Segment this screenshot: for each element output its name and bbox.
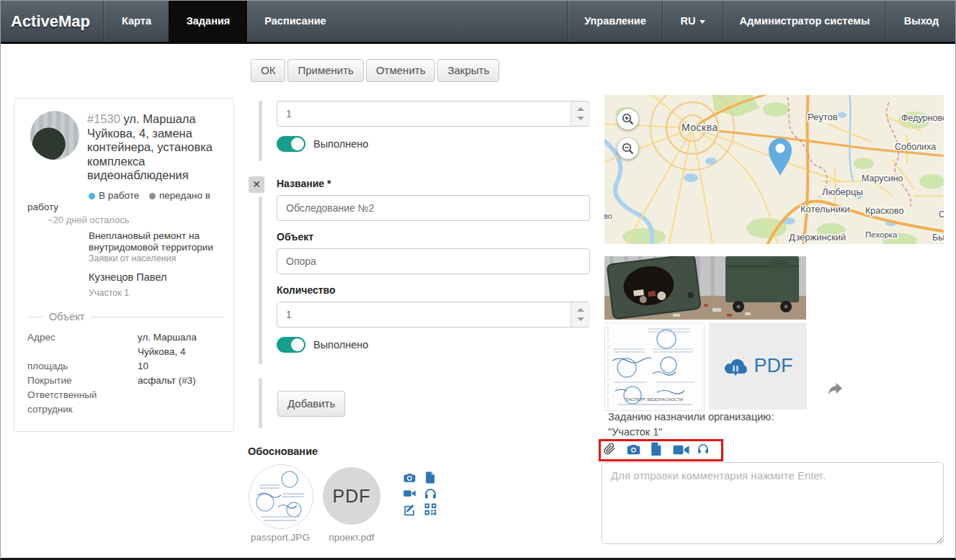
attachment-pdf-thumbnail[interactable]: PDF xyxy=(323,467,380,525)
quantity-input-1[interactable] xyxy=(277,101,590,127)
quantity-field-label: Количество xyxy=(277,284,336,296)
task-work-type: Внеплановый ремонт на внутридомовой терр… xyxy=(89,230,227,253)
field-label: Ответственный сотрудник xyxy=(27,388,138,417)
map-view[interactable]: Москва Реутов Федурново Соболиха Марусин… xyxy=(604,95,944,244)
headphones-icon[interactable] xyxy=(697,442,710,455)
map-label: Котельники xyxy=(800,204,850,214)
nav-item-language[interactable]: RU xyxy=(662,1,723,42)
document-scan-preview xyxy=(249,465,313,528)
pdf-badge: PDF xyxy=(333,486,371,507)
form-group-bar xyxy=(259,378,262,428)
task-title: #1530 ул. Маршала Чуйкова, 4, замена кон… xyxy=(87,112,230,183)
status-dot-gray-icon xyxy=(149,193,156,199)
done-toggle-1[interactable] xyxy=(277,136,305,152)
field-label: Адрес xyxy=(27,330,138,359)
status-primary: В работе xyxy=(99,190,139,201)
nav-tab-schedule[interactable]: Расписание xyxy=(246,1,344,42)
map-label: ово xyxy=(604,212,612,220)
camera-icon[interactable] xyxy=(403,471,416,484)
map-zoom-out-button[interactable] xyxy=(617,138,638,159)
action-toolbar: ОК Применить Отменить Закрыть xyxy=(251,59,499,82)
file-icon[interactable] xyxy=(424,471,437,484)
done-toggle-2[interactable] xyxy=(277,337,305,353)
map-label: Дзержинский xyxy=(789,232,846,243)
headphones-icon[interactable] xyxy=(424,487,437,500)
chevron-down-icon xyxy=(700,20,705,24)
comment-input[interactable] xyxy=(602,462,944,544)
field-value: 10 xyxy=(138,359,222,374)
map-label: Марусино xyxy=(862,173,903,184)
close-button[interactable]: Закрыть xyxy=(437,59,499,82)
nav-item-user[interactable]: Администратор системы xyxy=(723,1,886,42)
done-toggle-label-2: Выполнено xyxy=(313,339,368,351)
task-time-left: ~20 дней осталось xyxy=(48,214,130,225)
feed-document-attachment[interactable]: ПАСПОРТ БЕЗОПАСНОСТИ xyxy=(604,322,705,411)
quantity-stepper-1[interactable] xyxy=(571,101,590,126)
task-category: Заявки от населения xyxy=(89,253,176,263)
form-group-bar xyxy=(259,197,262,364)
field-label: Покрытие xyxy=(27,374,138,388)
feed-message: Заданию назначили организацию: "Участок … xyxy=(608,410,816,440)
task-id: #1530 xyxy=(87,112,120,125)
field-value xyxy=(138,388,222,417)
map-label: Красково xyxy=(865,206,903,216)
map-zoom-in-button[interactable] xyxy=(617,109,638,130)
task-photo-avatar[interactable] xyxy=(30,111,79,160)
object-section-legend: Объект xyxy=(27,311,223,322)
map-label: Москва xyxy=(682,122,718,133)
attachment-pdf-name: проект.pdf xyxy=(316,532,388,543)
status-dot-blue-icon xyxy=(89,193,95,199)
feed-pdf-attachment[interactable]: PDF xyxy=(709,322,807,410)
video-camera-icon[interactable] xyxy=(403,487,416,500)
magnifier-plus-icon xyxy=(622,113,634,125)
camera-icon[interactable] xyxy=(627,444,640,456)
map-label: Люберцы xyxy=(822,186,863,197)
add-button[interactable]: Добавить xyxy=(277,391,345,417)
nav-item-management[interactable]: Управление xyxy=(567,1,663,42)
ok-button[interactable]: ОК xyxy=(251,59,285,82)
task-card: #1530 ул. Маршала Чуйкова, 4, замена кон… xyxy=(14,98,234,432)
language-label: RU xyxy=(681,15,696,27)
nav-tab-map[interactable]: Карта xyxy=(103,1,169,42)
map-label: Реутов xyxy=(808,112,838,122)
file-icon[interactable] xyxy=(651,442,661,456)
document-caption: ПАСПОРТ БЕЗОПАСНОСТИ xyxy=(625,397,683,402)
edit-note-icon[interactable] xyxy=(403,502,416,516)
qr-code-icon[interactable] xyxy=(424,502,437,516)
cloud-download-icon xyxy=(723,356,748,376)
task-organization: Участок 1 xyxy=(89,288,129,298)
app-logo[interactable]: ActiveMap xyxy=(11,1,90,42)
close-icon: ✕ xyxy=(252,179,261,190)
name-field-label: Название * xyxy=(277,178,331,189)
attach-media-buttons xyxy=(403,471,438,518)
apply-button[interactable]: Применить xyxy=(287,59,364,82)
passport-scan-preview: ПАСПОРТ БЕЗОПАСНОСТИ xyxy=(605,323,704,410)
attachment-passport-name: passport.JPG xyxy=(243,532,318,543)
pdf-label: PDF xyxy=(754,355,793,377)
attachment-passport-thumbnail[interactable] xyxy=(249,464,313,529)
share-arrow-icon[interactable] xyxy=(826,381,844,396)
field-value: асфальт (#3) xyxy=(138,374,222,388)
map-label: Ос xyxy=(939,209,944,220)
object-field-label: Объект xyxy=(277,231,313,243)
magnifier-minus-icon xyxy=(622,143,634,155)
feed-photo-attachment[interactable] xyxy=(604,256,806,320)
object-fields-table: Адрес ул. Маршала Чуйкова, 4 площадь 10 … xyxy=(27,330,222,417)
quantity-input-2[interactable] xyxy=(277,302,590,328)
quantity-stepper-2[interactable] xyxy=(571,302,590,327)
done-toggle-label-1: Выполнено xyxy=(313,138,368,150)
video-camera-icon[interactable] xyxy=(673,445,689,455)
activemap-window: ActiveMap Карта Задания Расписание Управ… xyxy=(0,0,956,560)
map-label: Федурново xyxy=(901,113,944,123)
object-field[interactable] xyxy=(277,248,590,274)
paperclip-icon[interactable] xyxy=(603,442,616,456)
dumpster-photo xyxy=(604,256,806,320)
name-field[interactable] xyxy=(277,195,590,221)
map-label: Быково xyxy=(932,232,944,243)
cancel-button[interactable]: Отменить xyxy=(366,59,436,82)
remove-item-button[interactable]: ✕ xyxy=(249,176,264,193)
task-status-line: В работе передано в работу xyxy=(27,190,225,213)
map-label: Пехорка xyxy=(865,230,898,239)
nav-tab-tasks[interactable]: Задания xyxy=(169,1,247,44)
nav-item-logout[interactable]: Выход xyxy=(885,1,956,42)
